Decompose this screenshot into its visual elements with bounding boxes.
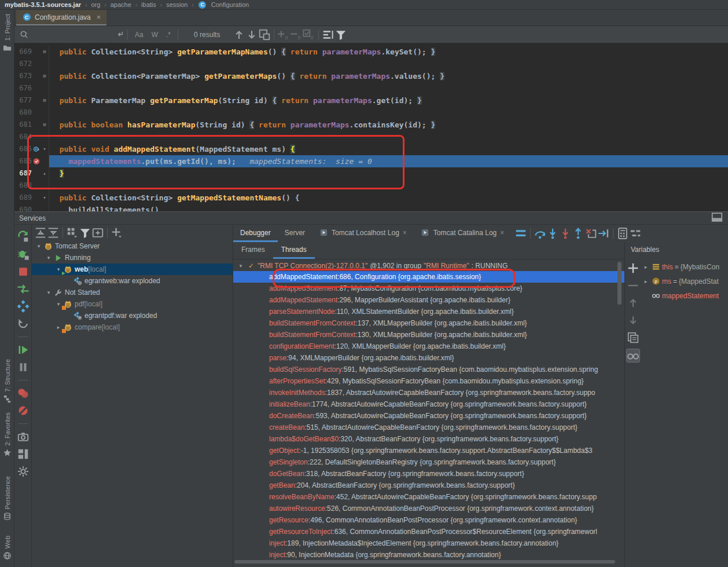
stack-frame-row[interactable]: doGetBean:318, AbstractBeanFactory {org.… xyxy=(233,468,624,480)
fold-marker[interactable]: ▾ xyxy=(41,192,48,204)
words-toggle[interactable]: W xyxy=(152,31,158,39)
service-tree-item[interactable]: ▾web [local] xyxy=(32,264,233,275)
fold-marker[interactable]: ▴ xyxy=(41,167,48,180)
layout-button[interactable] xyxy=(17,448,30,460)
frames-vertical-scrollbar[interactable] xyxy=(617,262,622,305)
stack-frame-row[interactable]: buildSqlSessionFactory:591, MybatisSqlSe… xyxy=(233,364,624,375)
hide-panel-button[interactable] xyxy=(711,211,723,224)
tab-close-icon[interactable]: × xyxy=(500,229,504,237)
code-editor[interactable]: 669⊞ public Collection<String> getParame… xyxy=(14,43,728,211)
tab-tomcat-catalina-log[interactable]: Tomcat Catalina Log× xyxy=(414,225,511,242)
tool-stripe-favorites-star[interactable]: 2: Favorites xyxy=(0,412,14,457)
toggle-occurrence-button[interactable]: II xyxy=(303,28,315,41)
chevron-down-icon[interactable]: ▾ xyxy=(237,263,245,269)
code-line[interactable]: 669⊞ public Collection<String> getParame… xyxy=(14,46,728,58)
add-watch-button[interactable] xyxy=(627,262,639,275)
editor-gutter[interactable]: 689▾ xyxy=(14,192,49,204)
thread-header-row[interactable]: ▾✓"RMI TCP Connection(2)-127.0.0.1"@1,90… xyxy=(233,260,624,271)
breakpoint-verified-icon[interactable] xyxy=(32,158,41,166)
editor-gutter[interactable]: 688 xyxy=(14,180,49,192)
tab-threads[interactable]: Threads xyxy=(273,242,315,259)
stack-frame-row[interactable]: getSingleton:222, DefaultSingletonBeanRe… xyxy=(233,456,624,468)
fold-marker[interactable]: ▾ xyxy=(41,143,48,155)
move-down-button[interactable] xyxy=(627,314,639,327)
select-occurrences-button[interactable] xyxy=(258,28,271,41)
match-case-toggle[interactable]: Aa xyxy=(135,31,144,39)
fold-marker[interactable]: ⊞ xyxy=(41,94,48,107)
stack-frame-row[interactable]: invokeInitMethods:1837, AbstractAutowire… xyxy=(233,387,624,398)
step-out-button[interactable] xyxy=(572,227,584,240)
stack-frame-row[interactable]: buildStatementFromContext:130, XMLMapper… xyxy=(233,329,624,341)
search-magnifier-icon[interactable] xyxy=(19,30,28,39)
stack-frame-row[interactable]: resolveBeanByName:452, AbstractAutowireC… xyxy=(233,491,624,503)
variable-row[interactable]: ▸this = {MybatisCon xyxy=(642,259,728,274)
tab-tomcat-localhost-log[interactable]: Tomcat Localhost Log× xyxy=(312,225,414,242)
code-line[interactable]: 680 xyxy=(14,107,728,119)
layout-small-button[interactable] xyxy=(629,227,642,240)
stack-frame-row[interactable]: createBean:515, AbstractAutowireCapableB… xyxy=(233,422,624,433)
remove-occurrence-button[interactable]: II xyxy=(290,28,303,41)
chevron-right-icon[interactable]: ▸ xyxy=(642,279,649,284)
force-step-into-button[interactable] xyxy=(559,227,572,240)
service-tree-item[interactable]: ▾pdf [local] xyxy=(32,298,233,310)
breadcrumb-item[interactable]: session xyxy=(166,1,187,8)
code-line[interactable]: 687▴ } xyxy=(14,167,728,180)
code-line[interactable]: 686 mappedStatements.put(ms.getId(), ms)… xyxy=(14,155,728,167)
editor-gutter[interactable]: 690 xyxy=(14,204,49,211)
stack-frame-row[interactable]: lambda$doGetBean$0:320, AbstractBeanFact… xyxy=(233,433,624,445)
stack-frame-row[interactable]: getResourceToInject:636, CommonAnnotatio… xyxy=(233,526,624,537)
service-tree-item[interactable]: ▸compare [local] xyxy=(32,321,233,333)
code-line[interactable]: 685▾ public void addMappedStatement(Mapp… xyxy=(14,143,728,155)
variable-row[interactable]: ▸pms = {MappedStat xyxy=(642,274,728,288)
stack-frame-row[interactable]: parseStatementNode:110, XMLStatementBuil… xyxy=(233,306,624,317)
tool-stripe-structure[interactable]: 7: Structure xyxy=(0,359,14,404)
editor-gutter[interactable]: 686 xyxy=(14,155,49,167)
fold-marker[interactable]: ⊞ xyxy=(41,46,48,58)
stack-frame-row[interactable]: getBean:204, AbstractBeanFactory {org.sp… xyxy=(233,480,624,491)
editor-gutter[interactable]: 681⊞ xyxy=(14,119,49,131)
code-line[interactable]: 673⊞ public Collection<ParameterMap> get… xyxy=(14,70,728,82)
remove-watch-button[interactable] xyxy=(627,279,639,292)
chevron-down-icon[interactable]: ▾ xyxy=(44,290,53,295)
tool-stripe-project-folder[interactable]: 1: Project xyxy=(0,14,14,52)
view-breakpoints-button[interactable] xyxy=(17,387,30,400)
breadcrumb-item[interactable]: org xyxy=(91,1,100,8)
code-line[interactable]: 689▾ public Collection<String> getMapped… xyxy=(14,192,728,204)
stack-frame-row[interactable]: addMappedStatement:87, MybatisConfigurat… xyxy=(233,283,624,294)
code-line[interactable]: 684 xyxy=(14,131,728,143)
run-to-cursor-button[interactable] xyxy=(597,227,610,240)
editor-gutter[interactable]: 676 xyxy=(14,82,49,94)
editor-gutter[interactable]: 684 xyxy=(14,131,49,143)
arrow-down-button[interactable] xyxy=(245,28,258,41)
service-tree-item[interactable]: ▾Not Started xyxy=(32,287,233,298)
filter-funnel-button[interactable] xyxy=(79,226,91,239)
camera-button[interactable] xyxy=(17,430,30,443)
tool-stripe-persistence[interactable]: Persistence xyxy=(0,476,14,521)
frames-horizontal-scrollbar[interactable] xyxy=(234,560,615,564)
expand-all-button[interactable] xyxy=(47,226,60,239)
editor-gutter[interactable]: 677⊞ xyxy=(14,94,49,107)
service-tree-item[interactable]: egrantweb:war exploded xyxy=(32,275,233,287)
search-input[interactable] xyxy=(28,29,115,41)
editor-gutter[interactable]: 673⊞ xyxy=(14,70,49,82)
regex-toggle[interactable]: .* xyxy=(166,31,171,39)
tab-frames[interactable]: Frames xyxy=(233,242,273,259)
fold-marker[interactable]: ⊞ xyxy=(41,119,48,131)
add-occurrence-button[interactable]: II xyxy=(277,28,290,41)
new-frame-button[interactable] xyxy=(91,226,104,239)
tab-debugger[interactable]: Debugger xyxy=(233,225,278,242)
stack-frame-row[interactable]: autowireResource:526, CommonAnnotationBe… xyxy=(233,503,624,514)
debug-bug-button[interactable] xyxy=(17,248,30,261)
breadcrumb-item[interactable]: apache xyxy=(111,1,131,8)
rerun-button[interactable] xyxy=(17,231,30,243)
mute-breakpoints-button[interactable] xyxy=(17,404,30,417)
variable-row[interactable]: mappedStatement xyxy=(642,288,728,303)
filter-lines-button[interactable] xyxy=(322,28,334,41)
arrow-up-button[interactable] xyxy=(233,28,245,41)
code-line[interactable]: 681⊞ public boolean hasParameterMap(Stri… xyxy=(14,119,728,131)
breadcrumb-item[interactable]: ibatis xyxy=(141,1,156,8)
collapse-all-button[interactable] xyxy=(34,226,47,239)
add-plus-button[interactable] xyxy=(111,226,123,239)
stack-frame-row[interactable]: parse:94, XMLMapperBuilder {org.apache.i… xyxy=(233,352,624,364)
tree-debugger-divider[interactable] xyxy=(233,225,233,567)
